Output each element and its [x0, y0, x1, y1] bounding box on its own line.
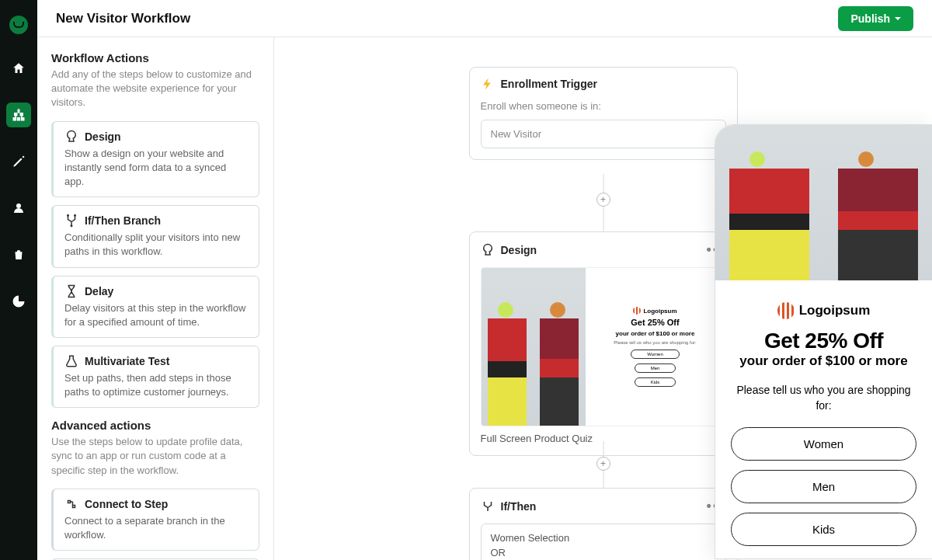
- node-enrollment[interactable]: Enrollment Trigger Enroll when someone i…: [469, 67, 738, 160]
- nav-workflows[interactable]: [6, 103, 31, 127]
- node-design[interactable]: Design••• Logoipsum Get 25% Off your ord…: [469, 231, 738, 456]
- add-step-1[interactable]: +: [596, 193, 610, 207]
- actions-sidebar: Workflow Actions Add any of the steps be…: [37, 37, 274, 560]
- preview-option-women[interactable]: Women: [731, 427, 916, 461]
- test-icon: [64, 354, 78, 368]
- branch-icon: [481, 499, 495, 513]
- publish-button[interactable]: Publish: [838, 6, 913, 31]
- nav-rail: [0, 0, 37, 560]
- preview-logo: Logoipsum: [731, 302, 916, 319]
- nav-home[interactable]: [6, 56, 31, 81]
- design-preview[interactable]: Logoipsum Get 25% Off your order of $100…: [481, 267, 726, 426]
- design-icon: [64, 130, 78, 144]
- design-icon: [481, 243, 495, 257]
- nav-design[interactable]: [6, 149, 31, 174]
- mobile-preview: Logoipsum Get 25% Off your order of $100…: [715, 124, 932, 559]
- bolt-icon: [481, 77, 495, 91]
- preview-subheading: your order of $100 or more: [731, 353, 916, 369]
- preview-question: Please tell us who you are shopping for:: [731, 383, 916, 413]
- actions-heading: Workflow Actions: [51, 51, 259, 64]
- hourglass-icon: [64, 284, 78, 298]
- action-ifthen[interactable]: If/Then Branch Conditionally split your …: [51, 205, 259, 267]
- branch-icon: [64, 214, 78, 228]
- enroll-chip[interactable]: New Visitor: [481, 120, 726, 148]
- app-logo: [9, 16, 28, 34]
- nav-people[interactable]: [6, 196, 31, 221]
- nav-analytics[interactable]: [6, 289, 31, 314]
- connect-icon: [64, 497, 78, 511]
- condition-box[interactable]: Women Selection OR Sessions is equal to …: [481, 523, 726, 560]
- node-ifthen[interactable]: If/Then••• Women Selection OR Sessions i…: [469, 488, 738, 560]
- preview-heading: Get 25% Off: [731, 329, 916, 353]
- add-step-2[interactable]: +: [596, 457, 610, 471]
- nav-shop[interactable]: [6, 242, 31, 267]
- svg-point-0: [67, 214, 69, 217]
- advanced-subtext: Use the steps below to update profile da…: [51, 435, 259, 478]
- action-multivariate[interactable]: Multivariate Test Set up paths, then add…: [51, 346, 259, 408]
- preview-image: [482, 268, 586, 426]
- page-title: New Visitor Workflow: [56, 11, 190, 26]
- preview-option-men[interactable]: Men: [731, 470, 916, 503]
- preview-hero-image: [715, 125, 932, 280]
- preview-option-kids[interactable]: Kids: [731, 513, 916, 546]
- topbar: New Visitor Workflow Publish: [37, 0, 932, 37]
- actions-subtext: Add any of the steps below to customize …: [51, 68, 259, 110]
- advanced-heading: Advanced actions: [51, 419, 259, 432]
- action-design[interactable]: Design Show a design on your website and…: [51, 121, 259, 198]
- svg-point-1: [74, 214, 76, 217]
- action-delay[interactable]: Delay Delay visitors at this step in the…: [51, 276, 259, 338]
- action-connect-step[interactable]: Connect to Step Connect to a separate br…: [51, 489, 259, 551]
- svg-point-2: [71, 224, 73, 227]
